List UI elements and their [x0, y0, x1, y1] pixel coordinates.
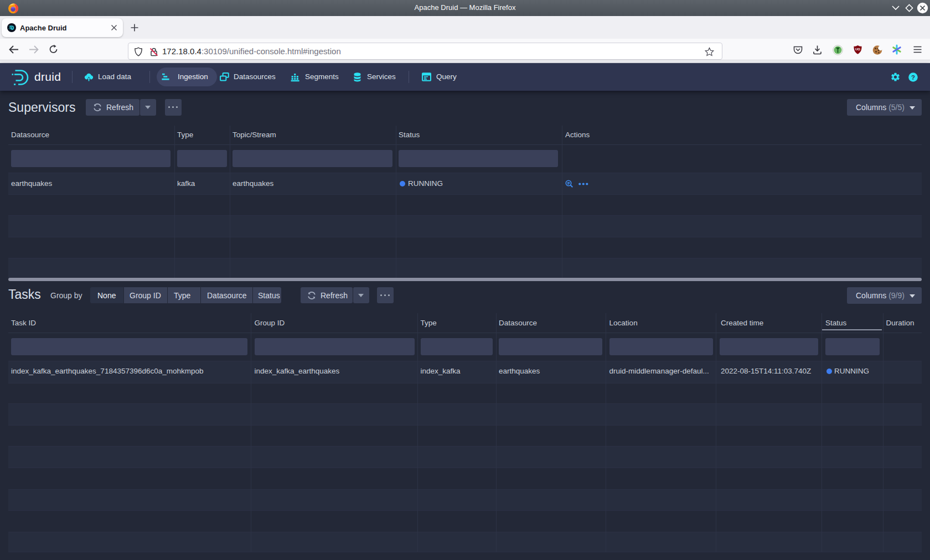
svg-text:?: ?: [911, 74, 915, 81]
svg-text:UO: UO: [855, 48, 860, 51]
